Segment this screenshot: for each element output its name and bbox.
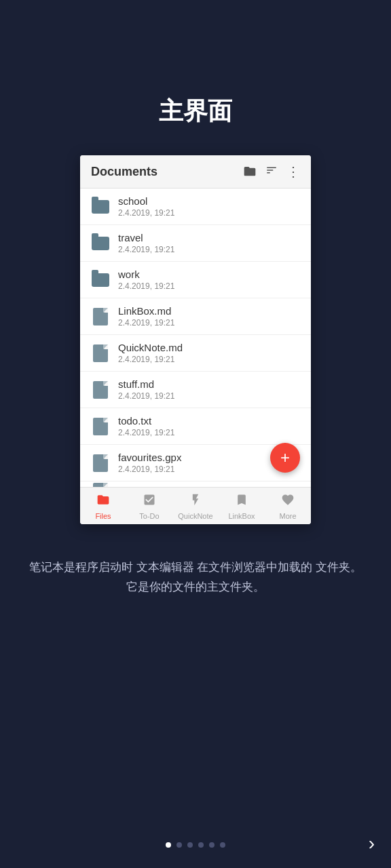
file-date: 2.4.2019, 19:21: [118, 355, 183, 364]
dot-5[interactable]: [209, 842, 215, 848]
more-options-icon[interactable]: ⋮: [286, 163, 300, 180]
file-date: 2.4.2019, 19:21: [118, 465, 181, 474]
list-item[interactable]: favourites.gpx 2.4.2019, 19:21 +: [80, 445, 311, 481]
list-item[interactable]: QuickNote.md 2.4.2019, 19:21: [80, 335, 311, 372]
dot-3[interactable]: [187, 842, 193, 848]
file-name: school: [118, 195, 174, 207]
file-date: 2.4.2019, 19:21: [118, 208, 174, 218]
list-item[interactable]: LinkBox.md 2.4.2019, 19:21: [80, 298, 311, 335]
nav-label-files: Files: [95, 512, 111, 520]
file-name: stuff.md: [118, 378, 174, 390]
pagination: [0, 842, 391, 848]
file-date: 2.4.2019, 19:21: [118, 281, 174, 291]
file-list-container: school 2.4.2019, 19:21 travel 2.4.2019, …: [80, 189, 311, 487]
quicknote-icon: [189, 493, 202, 510]
file-name: favourites.gpx: [118, 452, 181, 463]
dot-2[interactable]: [176, 842, 182, 848]
page-title: 主界面: [0, 0, 391, 128]
file-name: work: [118, 269, 174, 280]
fab-button[interactable]: +: [270, 443, 300, 473]
nav-item-quicknote[interactable]: QuickNote: [177, 493, 215, 520]
nav-label-todo: To-Do: [139, 512, 159, 520]
todo-icon: [143, 493, 156, 510]
filter-icon[interactable]: [265, 164, 278, 180]
nav-item-files[interactable]: Files: [85, 493, 122, 520]
file-name: gnass.kdbx: [118, 486, 170, 488]
nav-label-more: More: [279, 512, 296, 520]
dot-4[interactable]: [198, 842, 204, 848]
file-name: travel: [118, 232, 174, 243]
documents-title: Documents: [91, 165, 157, 179]
file-date: 2.4.2019, 19:21: [118, 318, 174, 328]
list-item[interactable]: school 2.4.2019, 19:21: [80, 189, 311, 225]
files-icon: [96, 493, 110, 510]
list-item[interactable]: stuff.md 2.4.2019, 19:21: [80, 372, 311, 408]
nav-label-linkbox: LinkBox: [228, 512, 255, 520]
app-window: Documents ⋮ school 2.4.2019, 19:21: [80, 155, 311, 524]
description: 笔记本是程序启动时 文本编辑器 在文件浏览器中加载的 文件夹。它是你的文件的主文…: [0, 524, 391, 597]
linkbox-icon: [235, 493, 248, 510]
file-name: LinkBox.md: [118, 305, 174, 317]
nav-label-quicknote: QuickNote: [178, 512, 212, 520]
dot-1[interactable]: [166, 842, 171, 848]
list-item[interactable]: gnass.kdbx: [80, 481, 311, 487]
nav-item-todo[interactable]: To-Do: [131, 493, 168, 520]
bottom-nav: Files To-Do QuickNote L: [80, 487, 311, 524]
file-date: 2.4.2019, 19:21: [118, 391, 174, 401]
new-folder-icon[interactable]: [243, 164, 257, 180]
file-name: todo.txt: [118, 415, 174, 427]
file-list: school 2.4.2019, 19:21 travel 2.4.2019, …: [80, 189, 311, 487]
file-name: QuickNote.md: [118, 342, 183, 353]
nav-item-more[interactable]: More: [269, 493, 307, 520]
list-item[interactable]: travel 2.4.2019, 19:21: [80, 225, 311, 262]
app-header: Documents ⋮: [80, 155, 311, 189]
nav-item-linkbox[interactable]: LinkBox: [223, 493, 261, 520]
more-icon: [281, 493, 295, 510]
file-date: 2.4.2019, 19:21: [118, 428, 174, 437]
dot-6[interactable]: [220, 842, 225, 848]
list-item[interactable]: todo.txt 2.4.2019, 19:21: [80, 408, 311, 445]
file-date: 2.4.2019, 19:21: [118, 245, 174, 254]
list-item[interactable]: work 2.4.2019, 19:21: [80, 262, 311, 298]
next-button[interactable]: ›: [369, 833, 375, 854]
